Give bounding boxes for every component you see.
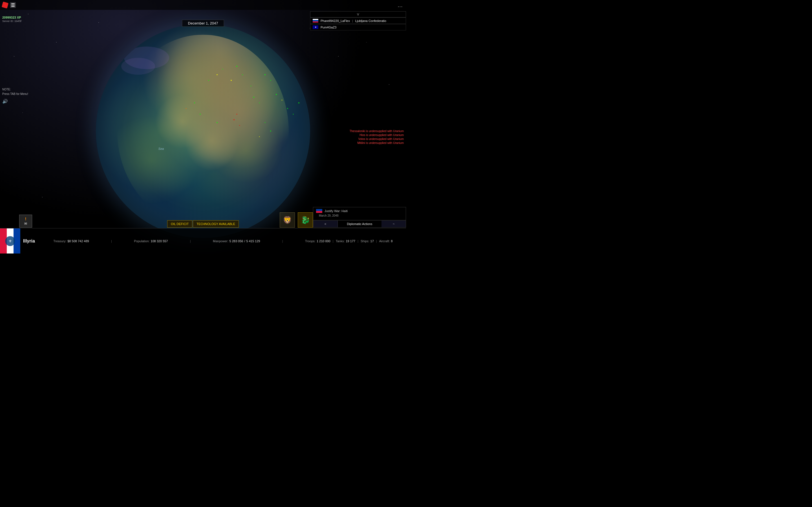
- flag-slovenia: [313, 19, 318, 22]
- crest-dragon[interactable]: 🐉: [298, 212, 313, 228]
- svg-point-10: [259, 103, 260, 103]
- svg-point-6: [222, 69, 223, 69]
- tanks-label: Tanks:: [336, 239, 345, 243]
- svg-point-27: [121, 58, 155, 75]
- svg-point-24: [270, 130, 271, 131]
- oil-deficit-button[interactable]: OIL DEFICIT: [167, 220, 192, 228]
- bottom-bar: ⚜ Illyria Treasury: $8 508 742 489 | Pop…: [0, 228, 406, 253]
- diplomatic-actions-label: Diplomatic Actions: [338, 221, 382, 227]
- svg-point-7: [216, 74, 218, 75]
- manpower-stat: Manpower: 5 283 056 / 5 415 129: [213, 239, 260, 243]
- diplo-prev-button[interactable]: <: [313, 221, 338, 227]
- sea-label: Sea: [158, 147, 164, 151]
- notifications-panel: Thessaloniki is undersupplied with Urani…: [350, 129, 404, 145]
- divider-5: |: [357, 239, 358, 243]
- treasury-value: $8 508 742 489: [67, 239, 89, 243]
- svg-point-0: [236, 66, 238, 67]
- country-flag: ⚜: [0, 228, 20, 254]
- svg-point-8: [208, 80, 209, 81]
- multiplayer-header: V: [310, 11, 406, 17]
- aircraft-label: Aircraft:: [379, 239, 390, 243]
- top-left-panel: 20999323 XP Server ID: 1b4f3f: [2, 2, 21, 22]
- divider-6: |: [376, 239, 377, 243]
- ships-label: Ships:: [361, 239, 369, 243]
- alert-envelope-icon: ✉: [24, 222, 27, 226]
- lion-icon: 🦁: [283, 216, 292, 224]
- server-id-display: Server ID: 1b4f3f: [2, 20, 21, 22]
- diplomatic-bar: < Diplomatic Actions ~: [313, 220, 406, 227]
- svg-point-18: [200, 114, 201, 115]
- population-stat: Population: 108 320 557: [134, 239, 168, 243]
- menu-icon[interactable]: [10, 2, 16, 8]
- troops-value: 1 210 000: [317, 239, 331, 243]
- roblox-logo-icon: [2, 2, 8, 8]
- svg-point-2: [231, 80, 232, 81]
- player-row-1: Pharell94220_LaFlex | Ljubljana Confeder…: [310, 17, 406, 24]
- manpower-total: 5 415 129: [246, 239, 260, 243]
- note-panel: NOTE: Press TAB for Menu!: [2, 87, 28, 96]
- svg-point-3: [251, 86, 252, 87]
- player2-name: Pum4GaZ3: [320, 25, 336, 29]
- svg-point-14: [293, 114, 294, 115]
- svg-point-1: [242, 74, 243, 75]
- alert-button[interactable]: ! ✉: [19, 215, 32, 228]
- diplo-next-button[interactable]: ~: [382, 221, 406, 227]
- aircraft-value: 8: [391, 239, 393, 243]
- alert-exclaim-icon: !: [25, 217, 27, 221]
- date-display: December 1, 2047: [182, 20, 224, 27]
- svg-point-16: [194, 102, 195, 103]
- svg-point-21: [239, 125, 240, 126]
- svg-point-19: [237, 114, 238, 115]
- notif-1: Thessaloniki is undersupplied with Urani…: [350, 129, 404, 133]
- justify-war-header: Justify War: Haiti March 29, 2048: [313, 207, 406, 220]
- svg-point-22: [216, 122, 218, 123]
- dragon-icon: 🐉: [301, 216, 310, 224]
- player1-separator: |: [352, 19, 353, 22]
- svg-point-20: [234, 119, 235, 120]
- justify-war-title: Justify War: Haiti: [324, 209, 348, 213]
- svg-point-5: [270, 80, 271, 81]
- three-dots-menu[interactable]: ⋯: [398, 3, 403, 10]
- right-bottom-panel: Justify War: Haiti March 29, 2048 < Dipl…: [313, 207, 406, 228]
- svg-point-12: [282, 100, 283, 101]
- flag-illyria: ⚜: [0, 228, 20, 254]
- divider-3: |: [282, 239, 283, 243]
- tech-available-button[interactable]: TECHNOLOGY AVAILABLE: [193, 220, 239, 228]
- crest-lion[interactable]: 🦁: [280, 212, 295, 228]
- population-label: Population:: [134, 239, 149, 243]
- treasury-stat: Treasury: $8 508 742 489: [53, 239, 89, 243]
- svg-point-11: [276, 94, 277, 95]
- notif-4: Mitilini is undersupplied with Uranium: [350, 142, 404, 145]
- flag-haiti: [316, 209, 322, 213]
- svg-point-9: [253, 97, 254, 98]
- military-stat: Troops: 1 210 000 | Tanks: 19 177 | Ship…: [305, 239, 393, 243]
- tanks-value: 19 177: [346, 239, 355, 243]
- notif-2: Hios is undersupplied with Uranium: [350, 133, 404, 136]
- troops-label: Troops:: [305, 239, 315, 243]
- flag-australia: [313, 25, 318, 29]
- crests-area: 🦁 🐉: [280, 212, 313, 228]
- population-value: 108 320 557: [151, 239, 168, 243]
- divider-4: |: [333, 239, 334, 243]
- svg-point-4: [264, 74, 266, 75]
- flag-emblem: ⚜: [5, 236, 15, 246]
- svg-point-15: [298, 102, 299, 103]
- multiplayer-panel: V Pharell94220_LaFlex | Ljubljana Confed…: [310, 11, 406, 31]
- svg-point-13: [287, 108, 288, 109]
- manpower-current: 5 283 056: [229, 239, 243, 243]
- note-line1: NOTE:: [2, 87, 28, 92]
- divider-1: |: [111, 239, 112, 243]
- sound-icon[interactable]: 🔊: [2, 99, 8, 104]
- note-line2: Press TAB for Menu!: [2, 92, 28, 96]
- svg-point-23: [265, 122, 266, 123]
- treasury-label: Treasury:: [53, 239, 66, 243]
- divider-2: |: [190, 239, 191, 243]
- manpower-label: Manpower:: [213, 239, 228, 243]
- svg-point-25: [259, 136, 260, 137]
- player1-nation: Ljubljana Confederatio: [355, 19, 386, 22]
- country-name: Illyria: [23, 238, 40, 244]
- svg-point-17: [186, 108, 187, 109]
- center-bottom-buttons: OIL DEFICIT TECHNOLOGY AVAILABLE: [167, 220, 239, 228]
- ships-value: 17: [370, 239, 374, 243]
- notif-3: Volos is undersupplied with Uranium: [350, 137, 404, 140]
